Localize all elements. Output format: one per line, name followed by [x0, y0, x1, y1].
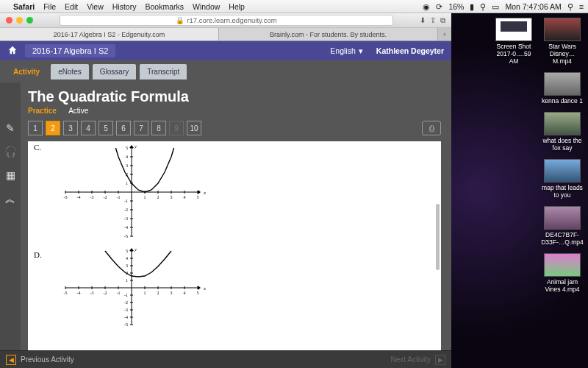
file-thumbnail	[544, 112, 581, 135]
svg-text:1: 1	[126, 278, 128, 283]
user-name[interactable]: Kathleen Degeyter	[376, 46, 444, 55]
display-icon[interactable]: ▭	[492, 2, 499, 11]
menu-window[interactable]: Window	[193, 2, 220, 11]
question-9: 9	[169, 121, 184, 135]
tab-transcript[interactable]: Transcript	[140, 64, 187, 79]
menu-history[interactable]: History	[112, 2, 137, 11]
file-label: Animal jam Vines 4.mp4	[541, 278, 584, 293]
question-2[interactable]: 2	[46, 121, 60, 135]
desktop[interactable]: Screen Shot 2017-0….59 AMStar Wars Disne…	[451, 13, 588, 368]
file-thumbnail	[544, 206, 581, 230]
battery-icon: ▮	[470, 2, 474, 11]
question-1[interactable]: 1	[28, 121, 43, 135]
lock-icon: 🔒	[176, 16, 184, 24]
file-label: Star Wars Disney…M.mp4	[541, 43, 584, 65]
menu-file[interactable]: File	[43, 2, 56, 11]
mac-menubar: Safari File Edit View History Bookmarks …	[0, 0, 588, 13]
home-icon[interactable]	[7, 45, 18, 57]
file-label: DE4C7B7F-D33F-…Q.mp4	[541, 231, 584, 246]
desktop-file[interactable]: Star Wars Disney…M.mp4	[541, 18, 584, 65]
language-selector[interactable]: English ▾	[330, 46, 362, 55]
file-label: map that leads to you	[541, 184, 584, 199]
svg-text:y: y	[134, 247, 137, 252]
collapse-icon[interactable]: ︽	[5, 193, 15, 206]
menu-bookmarks[interactable]: Bookmarks	[145, 2, 184, 11]
tab-glossary[interactable]: Glossary	[93, 64, 136, 79]
question-6[interactable]: 6	[116, 121, 131, 135]
tab-activity[interactable]: Activity	[6, 64, 47, 79]
svg-text:y: y	[134, 144, 137, 149]
option-c-label[interactable]: C.	[34, 143, 41, 152]
sync-icon[interactable]: ⟳	[436, 2, 442, 11]
menubar-app[interactable]: Safari	[13, 2, 35, 11]
desktop-file[interactable]: DE4C7B7F-D33F-…Q.mp4	[541, 206, 584, 246]
battery-text: 16%	[448, 2, 464, 11]
menu-extra-icon[interactable]: ≡	[579, 2, 584, 11]
svg-text:-5: -5	[124, 234, 128, 238]
svg-marker-48	[198, 286, 201, 290]
menu-help[interactable]: Help	[229, 2, 245, 11]
clock[interactable]: Mon 7:47:06 AM	[505, 2, 561, 11]
svg-text:-4: -4	[77, 291, 81, 295]
new-tab-button[interactable]: +	[438, 28, 451, 40]
print-icon[interactable]: ⎙	[422, 121, 441, 135]
svg-text:3: 3	[126, 263, 128, 268]
browser-tab-2[interactable]: Brainly.com - For students. By students.	[219, 28, 438, 40]
desktop-file[interactable]: Screen Shot 2017-0….59 AM	[492, 18, 535, 65]
question-5[interactable]: 5	[98, 121, 113, 135]
browser-tab-1[interactable]: 2016-17 Algebra I S2 - Edgenuity.com	[0, 28, 219, 40]
svg-text:-3: -3	[90, 291, 94, 295]
file-thumbnail	[544, 18, 581, 41]
address-bar[interactable]: 🔒 r17.core.learn.edgenuity.com	[60, 15, 393, 26]
language-label: English	[330, 46, 355, 55]
question-8[interactable]: 8	[151, 121, 166, 135]
svg-text:-4: -4	[77, 195, 81, 199]
scrollbar[interactable]	[436, 204, 440, 270]
spotlight-icon[interactable]: ⚲	[567, 2, 573, 11]
question-7[interactable]: 7	[134, 121, 148, 135]
desktop-file[interactable]: what does the fox say	[541, 112, 584, 152]
desktop-file[interactable]: Animal jam Vines 4.mp4	[541, 253, 584, 293]
chevron-down-icon: ▾	[359, 46, 363, 55]
svg-text:-1: -1	[124, 199, 128, 203]
wifi-icon[interactable]: ⚲	[480, 2, 486, 11]
svg-text:-2: -2	[104, 195, 107, 199]
svg-marker-2	[198, 190, 201, 194]
svg-text:-3: -3	[124, 216, 128, 221]
svg-text:-2: -2	[124, 208, 128, 212]
pencil-icon[interactable]: ✎	[6, 122, 15, 134]
file-label: Screen Shot 2017-0….59 AM	[492, 43, 535, 65]
menu-view[interactable]: View	[87, 2, 104, 11]
calculator-icon[interactable]: ▦	[6, 169, 15, 181]
svg-text:4: 4	[184, 195, 186, 199]
svg-text:-4: -4	[124, 225, 128, 230]
tab-enotes[interactable]: eNotes	[51, 64, 89, 79]
safari-window: 🔒 r17.core.learn.edgenuity.com ⬇ ⇪ ⧉ 201…	[0, 13, 451, 368]
question-3[interactable]: 3	[63, 121, 78, 135]
svg-text:-5: -5	[124, 322, 128, 327]
svg-text:4: 4	[184, 291, 186, 295]
spotify-icon[interactable]: ◉	[423, 2, 430, 11]
svg-text:-3: -3	[90, 195, 94, 199]
share-icon[interactable]: ⇪	[430, 16, 436, 25]
question-4[interactable]: 4	[81, 121, 96, 135]
next-activity-label: Next Activity	[391, 355, 431, 364]
file-thumbnail	[544, 253, 581, 277]
maximize-button[interactable]	[26, 17, 33, 24]
file-thumbnail	[495, 18, 532, 41]
download-icon[interactable]: ⬇	[420, 16, 426, 25]
menu-edit[interactable]: Edit	[65, 2, 78, 11]
url-text: r17.core.learn.edgenuity.com	[187, 16, 276, 24]
tabs-icon[interactable]: ⧉	[440, 16, 445, 25]
svg-text:3: 3	[171, 195, 173, 199]
option-d-label[interactable]: D.	[34, 250, 42, 259]
previous-activity-button[interactable]: ◀ Previous Activity	[0, 355, 80, 365]
mode-practice[interactable]: Practice	[28, 107, 57, 115]
desktop-file[interactable]: kenna dance 1	[541, 72, 584, 105]
headphones-icon[interactable]: 🎧	[4, 146, 17, 158]
desktop-file[interactable]: map that leads to you	[541, 159, 584, 199]
question-10[interactable]: 10	[187, 121, 201, 135]
breadcrumb-course[interactable]: 2016-17 Algebra I S2	[25, 44, 115, 57]
close-button[interactable]	[6, 17, 12, 24]
minimize-button[interactable]	[16, 17, 23, 24]
